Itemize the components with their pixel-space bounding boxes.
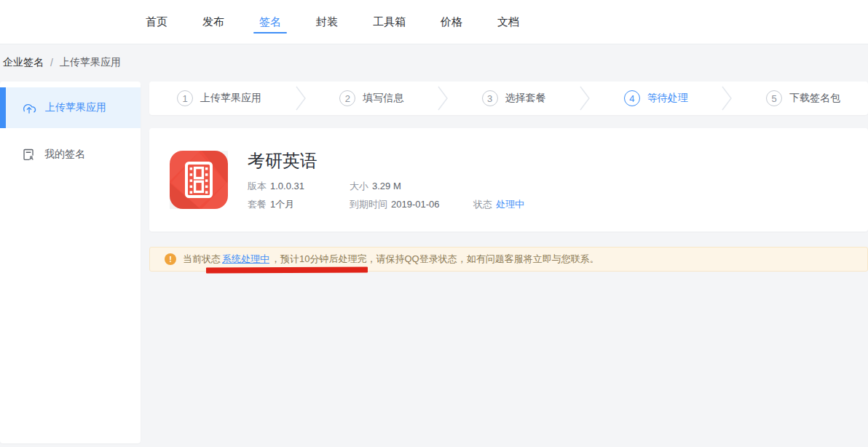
signature-doc-icon bbox=[22, 148, 36, 162]
sidebar: 上传苹果应用 我的签名 bbox=[0, 82, 141, 443]
system-processing-link[interactable]: 系统处理中 bbox=[222, 253, 269, 266]
cloud-upload-icon bbox=[22, 101, 36, 115]
app-info: 考研英语 版本1.0.0.31 大小3.29 M 套餐1个月 到期时间2019-… bbox=[248, 151, 524, 232]
step-number: 3 bbox=[482, 90, 498, 106]
step-5-download-package: 5 下载签名包 bbox=[766, 90, 840, 106]
field-label: 大小 bbox=[350, 181, 368, 191]
breadcrumb-item-enterprise-sign[interactable]: 企业签名 bbox=[3, 56, 44, 69]
alert-suffix-text: ，预计10分钟后处理完，请保持QQ登录状态，如有问题客服将立即与您联系。 bbox=[271, 253, 599, 266]
nav-item-toolbox[interactable]: 工具箱 bbox=[373, 0, 406, 44]
nav-item-home[interactable]: 首页 bbox=[146, 0, 167, 44]
step-number: 2 bbox=[339, 90, 355, 106]
field-plan: 套餐1个月 bbox=[248, 198, 350, 211]
status-badge: 处理中 bbox=[496, 199, 524, 210]
nav-label: 签名 bbox=[259, 15, 281, 29]
main-content: 1 上传苹果应用 2 填写信息 3 选择套餐 4 等待处理 5 下载签名包 bbox=[149, 82, 868, 272]
app-fields: 版本1.0.0.31 大小3.29 M 套餐1个月 到期时间2019-01-06… bbox=[248, 180, 524, 211]
step-label: 等待处理 bbox=[647, 92, 688, 105]
warning-icon: ! bbox=[165, 253, 176, 265]
sidebar-item-my-signatures[interactable]: 我的签名 bbox=[0, 134, 141, 175]
nav-item-package[interactable]: 封装 bbox=[316, 0, 338, 44]
step-label: 选择套餐 bbox=[505, 92, 546, 105]
chevron-right-icon bbox=[296, 86, 306, 111]
step-4-waiting-process: 4 等待处理 bbox=[624, 90, 688, 106]
nav-item-docs[interactable]: 文档 bbox=[497, 0, 519, 44]
nav-label: 文档 bbox=[497, 15, 519, 29]
breadcrumb-separator: / bbox=[50, 57, 53, 68]
nav-item-publish[interactable]: 发布 bbox=[202, 0, 224, 44]
step-number: 4 bbox=[624, 90, 640, 106]
app-title: 考研英语 bbox=[248, 151, 524, 171]
top-nav-bar: 首页 发布 签名 封装 工具箱 价格 文档 bbox=[0, 0, 868, 44]
field-expire-date: 到期时间2019-01-06 bbox=[350, 198, 473, 211]
nav-label: 价格 bbox=[441, 15, 462, 29]
step-number: 1 bbox=[177, 90, 193, 106]
nav-label: 封装 bbox=[316, 15, 338, 29]
sidebar-item-label: 上传苹果应用 bbox=[45, 101, 106, 114]
nav-label: 首页 bbox=[146, 15, 167, 29]
field-value: 1.0.0.31 bbox=[270, 181, 304, 191]
field-label: 套餐 bbox=[248, 199, 267, 210]
field-value: 2019-01-06 bbox=[391, 199, 440, 210]
app-card: 考研英语 版本1.0.0.31 大小3.29 M 套餐1个月 到期时间2019-… bbox=[149, 128, 868, 232]
field-version: 版本1.0.0.31 bbox=[248, 180, 350, 193]
sidebar-item-upload-apple-app[interactable]: 上传苹果应用 bbox=[0, 87, 141, 128]
field-value: 3.29 M bbox=[372, 181, 401, 191]
red-underline-annotation bbox=[206, 267, 368, 274]
chevron-right-icon bbox=[438, 86, 448, 111]
nav-label: 发布 bbox=[202, 15, 224, 29]
nav-label: 工具箱 bbox=[373, 15, 406, 29]
step-label: 下载签名包 bbox=[789, 92, 840, 105]
breadcrumb-item-upload-app: 上传苹果应用 bbox=[60, 56, 121, 69]
step-3-choose-plan: 3 选择套餐 bbox=[482, 90, 546, 106]
page: 首页 发布 签名 封装 工具箱 价格 文档 企业签名 / 上传苹果应用 上传苹果… bbox=[0, 0, 868, 447]
sidebar-item-label: 我的签名 bbox=[44, 148, 85, 161]
steps-wizard: 1 上传苹果应用 2 填写信息 3 选择套餐 4 等待处理 5 下载签名包 bbox=[149, 82, 868, 115]
step-label: 填写信息 bbox=[363, 92, 403, 105]
step-label: 上传苹果应用 bbox=[200, 92, 261, 105]
step-2-fill-info: 2 填写信息 bbox=[339, 90, 403, 106]
step-1-upload-app: 1 上传苹果应用 bbox=[177, 90, 261, 106]
field-label: 状态 bbox=[473, 199, 492, 210]
field-label: 版本 bbox=[248, 181, 267, 191]
chevron-right-icon bbox=[722, 86, 732, 111]
nav-item-price[interactable]: 价格 bbox=[441, 0, 462, 44]
alert-prefix-text: 当前状态 bbox=[183, 253, 221, 266]
field-label: 到期时间 bbox=[350, 199, 387, 210]
chevron-right-icon bbox=[580, 86, 590, 111]
breadcrumb: 企业签名 / 上传苹果应用 bbox=[0, 44, 121, 81]
step-number: 5 bbox=[766, 90, 782, 106]
nav-item-signature[interactable]: 签名 bbox=[259, 0, 281, 44]
film-app-icon bbox=[170, 151, 228, 209]
field-value: 1个月 bbox=[270, 199, 294, 210]
field-size: 大小3.29 M bbox=[350, 180, 473, 193]
field-status: 状态处理中 bbox=[473, 198, 524, 211]
